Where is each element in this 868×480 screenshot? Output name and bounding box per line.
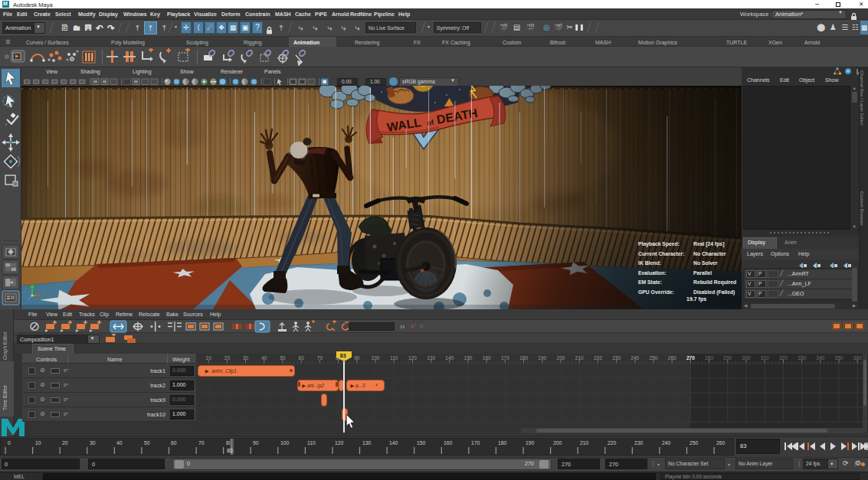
svg-text:240: 240 [631, 355, 639, 361]
svg-text:150: 150 [464, 355, 473, 361]
svg-text:230: 230 [634, 440, 644, 446]
svg-text:330: 330 [798, 355, 806, 361]
svg-text:280: 280 [705, 355, 713, 361]
svg-text:160: 160 [444, 440, 453, 446]
svg-text:260: 260 [716, 440, 726, 446]
svg-text:180: 180 [498, 440, 507, 446]
svg-text:170: 170 [501, 355, 509, 361]
svg-text:170: 170 [471, 440, 480, 446]
svg-text:310: 310 [761, 355, 769, 361]
svg-text:360: 360 [853, 355, 862, 361]
svg-text:50: 50 [144, 440, 150, 446]
svg-text:70: 70 [317, 355, 323, 361]
svg-text:83: 83 [227, 448, 233, 453]
svg-text:290: 290 [723, 355, 732, 361]
svg-text:90: 90 [354, 355, 360, 361]
svg-text:230: 230 [612, 355, 621, 361]
svg-text:160: 160 [483, 355, 491, 361]
svg-text:240: 240 [662, 440, 671, 446]
svg-text:130: 130 [427, 355, 435, 361]
svg-text:60: 60 [171, 440, 177, 446]
svg-text:40: 40 [116, 440, 123, 446]
svg-text:30: 30 [243, 355, 249, 361]
svg-text:200: 200 [553, 440, 562, 446]
svg-text:180: 180 [519, 355, 528, 361]
svg-text:190: 190 [538, 355, 546, 361]
svg-text:260: 260 [668, 355, 676, 361]
svg-text:120: 120 [335, 440, 344, 446]
svg-text:20: 20 [224, 355, 231, 361]
svg-text:340: 340 [816, 355, 824, 361]
svg-text:210: 210 [575, 355, 584, 361]
svg-text:320: 320 [779, 355, 788, 361]
svg-text:150: 150 [417, 440, 426, 446]
svg-text:220: 220 [594, 355, 602, 361]
svg-text:10: 10 [206, 355, 212, 361]
svg-text:250: 250 [689, 440, 699, 446]
svg-text:140: 140 [445, 355, 454, 361]
svg-text:190: 190 [526, 440, 535, 446]
svg-text:70: 70 [198, 440, 205, 446]
svg-text:10: 10 [35, 440, 41, 446]
svg-text:120: 120 [408, 355, 417, 361]
svg-text:30: 30 [90, 440, 96, 446]
svg-text:350: 350 [835, 355, 843, 361]
svg-text:100: 100 [372, 355, 380, 361]
svg-text:220: 220 [608, 440, 617, 446]
svg-text:90: 90 [253, 440, 259, 446]
svg-text:300: 300 [742, 355, 751, 361]
svg-text:140: 140 [389, 440, 398, 446]
svg-text:100: 100 [280, 440, 290, 446]
svg-text:130: 130 [362, 440, 372, 446]
svg-text:110: 110 [307, 440, 316, 446]
svg-text:210: 210 [580, 440, 589, 446]
svg-text:50: 50 [280, 355, 286, 361]
svg-text:250: 250 [650, 355, 658, 361]
svg-text:270: 270 [686, 355, 695, 361]
svg-text:20: 20 [62, 440, 68, 446]
svg-text:0: 0 [8, 440, 11, 446]
svg-text:200: 200 [557, 355, 565, 361]
svg-text:60: 60 [299, 355, 305, 361]
svg-text:40: 40 [261, 355, 267, 361]
svg-text:110: 110 [390, 355, 398, 361]
